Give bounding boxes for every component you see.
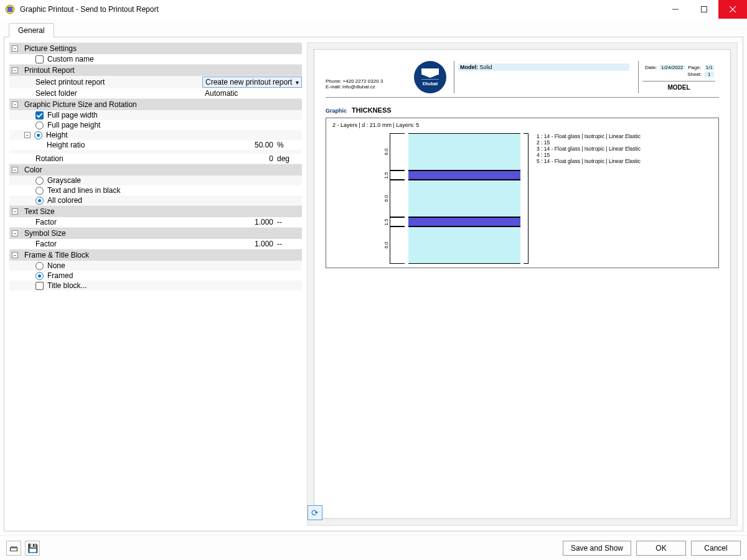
layer-foil [408,217,520,226]
frame-none-radio[interactable] [35,262,44,270]
minimize-button[interactable] [661,0,690,19]
symbol-factor-unit: -- [277,240,302,248]
bracket-column [524,133,533,264]
refresh-icon: ⟳ [311,508,319,518]
row-rotation: Rotation 0 deg [9,154,302,164]
legend-item: 2 : 15 [537,139,655,146]
page-header: Phone: +420 2272 0320 3 E-mail: info@dlu… [326,61,719,93]
row-custom-name: Custom name [9,54,302,64]
row-title-block: Title block... [9,281,302,291]
close-button[interactable] [718,0,747,19]
grayscale-radio[interactable] [35,177,44,185]
all-colored-label: All colored [47,196,302,205]
svg-rect-3 [702,7,707,12]
grayscale-label: Grayscale [47,176,302,185]
row-text-factor: Factor 1.000 -- [9,217,302,227]
model-heading: MODEL [642,81,715,91]
symbol-factor-label: Factor [35,240,209,248]
row-symbol-factor: Factor 1.000 -- [9,239,302,249]
property-tree: −Picture Settings Custom name −Printout … [9,42,302,526]
collapse-icon[interactable]: − [12,45,18,52]
custom-name-label: Custom name [47,55,302,63]
thickness-label: THICKNESS [352,106,392,114]
dialog-body: General −Picture Settings Custom name −P… [0,19,747,535]
title-block-checkbox[interactable] [35,282,44,290]
row-framed: Framed [9,271,302,281]
refresh-button[interactable]: ⟳ [308,505,322,520]
text-factor-unit: -- [277,218,302,226]
rotation-unit: deg [277,154,302,163]
symbol-factor-value[interactable]: 1.000 [209,240,277,248]
height-radio[interactable] [34,131,42,139]
dlubal-logo: Dlubal [414,61,446,93]
full-page-height-radio[interactable] [35,121,44,129]
select-printout-report-dropdown[interactable]: Create new printout report ▾ [202,77,302,88]
collapse-icon[interactable]: − [12,101,18,108]
height-ratio-label: Height ratio [47,141,209,149]
dimension-column: 6.0 1.5 6.0 1.5 6.0 [390,133,405,264]
left-panel: −Picture Settings Custom name −Printout … [9,42,302,526]
graphic-box: 2 - Layers | d : 21.0 mm | Layers: 5 6.0… [326,118,719,268]
framed-radio[interactable] [35,272,44,280]
db-icon: 🗃 [9,543,18,553]
legend: 1 : 14 - Float glass | Isotropic | Linea… [537,133,655,264]
rotation-value[interactable]: 0 [209,154,277,163]
graphic-title-row: Graphic THICKNESS [326,106,719,114]
legend-item: 4 : 15 [537,152,655,158]
full-page-width-label: Full page width [47,111,302,119]
custom-name-checkbox[interactable] [35,55,44,63]
row-select-folder: Select folder Automatic [9,88,302,98]
section-symbol-size[interactable]: −Symbol Size [9,227,302,239]
row-grayscale: Grayscale [9,175,302,185]
title-block-label: Title block... [47,281,302,290]
full-page-width-checkbox[interactable] [35,111,44,119]
layer-stack [408,133,520,264]
section-size-rotation[interactable]: −Graphic Picture Size and Rotation [9,98,302,110]
footer-tool-2[interactable]: 💾 [25,541,40,556]
phone-text: Phone: +420 2272 0320 3 [326,78,406,84]
section-printout-report[interactable]: −Printout Report [9,64,302,76]
all-colored-radio[interactable] [35,197,44,205]
svg-rect-1 [7,7,12,12]
section-picture-settings[interactable]: −Picture Settings [9,42,302,54]
full-page-height-label: Full page height [47,121,302,129]
text-lines-black-radio[interactable] [35,187,44,195]
select-printout-report-label: Select printout report [35,78,202,86]
app-icon [5,4,15,14]
section-text-size[interactable]: −Text Size [9,205,302,217]
row-height-ratio: Height ratio 50.00 % [9,140,302,150]
height-ratio-value[interactable]: 50.00 [209,141,277,149]
row-frame-none: None [9,261,302,271]
legend-item: 5 : 14 - Float glass | Isotropic | Linea… [537,158,655,164]
collapse-icon[interactable]: − [12,167,18,173]
model-block: Model: Solid [454,61,633,93]
collapse-icon[interactable]: − [12,230,18,236]
row-full-page-width: Full page width [9,110,302,120]
collapse-icon[interactable]: − [12,252,18,258]
text-factor-label: Factor [35,218,209,226]
rotation-label: Rotation [35,154,209,163]
collapse-icon[interactable]: − [24,132,31,138]
maximize-button[interactable] [690,0,718,19]
section-color[interactable]: −Color [9,164,302,175]
legend-item: 1 : 14 - Float glass | Isotropic | Linea… [537,133,655,139]
text-factor-value[interactable]: 1.000 [209,218,277,226]
footer-tool-1[interactable]: 🗃 [6,541,21,556]
save-and-show-button[interactable]: Save and Show [563,541,631,556]
bridge-icon [421,68,439,80]
titlebar: Graphic Printout - Send to Printout Repo… [0,0,747,19]
save-icon: 💾 [27,543,38,553]
legend-item: 3 : 14 - Float glass | Isotropic | Linea… [537,146,655,152]
section-frame[interactable]: −Frame & Title Block [9,249,302,261]
collapse-icon[interactable]: − [12,67,18,73]
tab-general[interactable]: General [9,23,54,37]
window-title: Graphic Printout - Send to Printout Repo… [20,5,661,14]
layer-glass [408,226,520,264]
framed-label: Framed [47,271,302,280]
ok-button[interactable]: OK [636,541,686,556]
layer-glass [408,133,520,170]
layer-diagram: 6.0 1.5 6.0 1.5 6.0 [332,133,712,264]
cancel-button[interactable]: Cancel [691,541,741,556]
collapse-icon[interactable]: − [12,208,18,215]
text-lines-black-label: Text and lines in black [47,186,302,195]
